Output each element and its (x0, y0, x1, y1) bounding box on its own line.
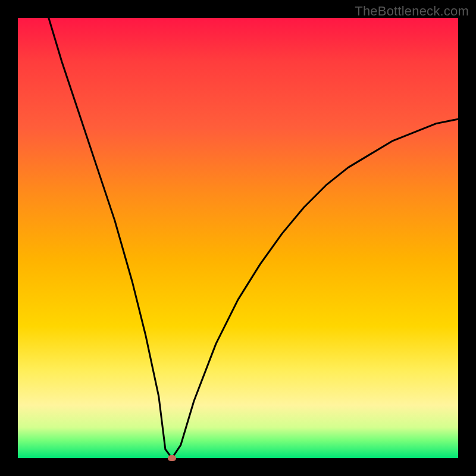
optimal-point-marker (168, 455, 176, 461)
plot-area (18, 18, 458, 458)
chart-frame: TheBottleneck.com (0, 0, 476, 476)
curve-svg (18, 18, 458, 458)
bottleneck-curve (49, 18, 458, 458)
watermark-text: TheBottleneck.com (355, 4, 469, 19)
